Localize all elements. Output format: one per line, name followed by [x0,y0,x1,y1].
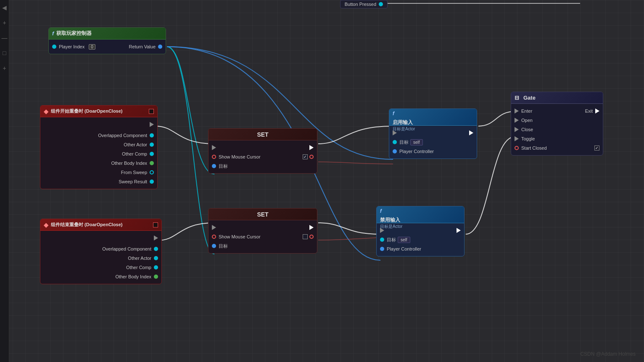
set-top-title: SET [257,131,268,138]
gate-icon: ⊟ [515,95,519,101]
other-actor-row-end: Other Actor [40,254,161,263]
set-bottom-exec-out [309,225,314,230]
player-index-row: Player Index 0 Return Value [49,42,166,51]
show-cursor-label-bottom: Show Mouse Cursor [219,234,261,239]
diamond-icon-start: ◆ [44,108,48,115]
other-actor-pin-start [150,143,154,147]
overlapped-component-row-end: Overlapped Component [40,244,161,254]
disable-exec-out [457,228,461,233]
disable-player-controller-row: Player Controller [377,244,464,254]
show-cursor-checkbox-top[interactable] [303,154,308,159]
player-index-value: 0 [89,44,95,50]
disable-input-header: f 禁用输入 目标是Actor [377,206,464,223]
set-top-exec-row [209,143,317,152]
enable-self-tag: self [410,139,423,145]
return-value-pin [158,45,162,49]
show-cursor-pin-out-bottom [309,235,314,239]
disable-player-controller-pin [380,247,384,251]
f-icon-disable: f [380,208,382,214]
start-closed-label: Start Closed [521,145,547,151]
button-pressed-node: Button Pressed [340,0,388,8]
close-pin [515,127,519,132]
enable-player-controller-pin [393,149,397,153]
gate-node: ⊟ Gate Enter Exit Open Close Toggl [511,92,603,156]
gate-enter-row: Enter Exit [511,106,603,116]
disable-input-node: f 禁用输入 目标是Actor 目标 self Player Controlle… [376,206,465,256]
exit-pin [595,108,599,114]
sidebar-icon-1[interactable]: ◀ [2,4,7,11]
sidebar-icon-5[interactable]: + [3,65,6,71]
set-bottom-exec-in [212,225,216,230]
target-label-bottom: 目标 [219,243,228,249]
sidebar-icon-4[interactable]: □ [3,50,6,56]
watermark: CSDN @Addam Holmes [580,351,636,357]
from-sweep-row: From Sweep [40,168,157,177]
set-bottom-show-cursor-row: Show Mouse Cursor [209,232,317,241]
show-cursor-checkbox-bottom[interactable] [303,234,308,239]
enable-player-controller-row: Player Controller [389,147,477,156]
gate-body: Enter Exit Open Close Toggle Start Clos [511,104,603,155]
sweep-result-row: Sweep Result [40,177,157,186]
sidebar: ◀ + — □ + [0,0,9,362]
enable-target-pin [393,140,397,144]
gate-open-row: Open [511,116,603,125]
start-closed-checkbox[interactable] [594,145,599,151]
close-btn-start[interactable] [149,109,154,114]
other-body-index-row-start: Other Body Index [40,159,157,168]
enable-exec-out [469,130,473,135]
overlap-end-node: ◆ 组件结束重叠时 (DoarOpenClose) Overlapped Com… [40,219,162,284]
other-comp-row-end: Other Comp [40,263,161,272]
gate-header: ⊟ Gate [511,92,603,104]
enable-target-row: 目标 self [389,137,477,147]
overlap-start-title: 组件开始重叠时 (DoarOpenClose) [51,108,123,114]
gate-toggle-row: Toggle [511,134,603,143]
get-player-controller-node: f 获取玩家控制器 Player Index 0 Return Value [48,27,166,54]
get-player-controller-body: Player Index 0 Return Value [49,40,166,54]
set-top-body: Show Mouse Cursor 目标 [209,140,317,173]
enable-input-header: f 启用输入 目标是Actor [389,109,477,126]
overlap-start-header: ◆ 组件开始重叠时 (DoarOpenClose) [40,106,157,117]
button-pressed-pin [379,2,383,6]
gate-close-row: Close [511,125,603,134]
target-pin-bottom [212,244,216,248]
target-pin-top [212,164,216,168]
disable-target-row: 目标 self [377,235,464,244]
other-body-index-pin-end [154,275,158,279]
set-top-exec-out [309,145,314,150]
set-bottom-title: SET [257,211,268,218]
exit-label: Exit [585,108,593,114]
sidebar-icon-2[interactable]: + [3,19,6,26]
f-icon-enable: f [393,111,394,116]
overlap-start-node: ◆ 组件开始重叠时 (DoarOpenClose) Overlapped Com… [40,105,158,189]
disable-target-pin [380,238,384,242]
close-btn-end[interactable] [153,222,158,227]
set-top-exec-in [212,145,216,150]
diamond-icon-end: ◆ [44,222,48,228]
set-top-target-row: 目标 [209,161,317,171]
set-bottom-target-row: 目标 [209,241,317,251]
toggle-pin [515,136,519,141]
exec-pin-start [150,122,154,127]
overlap-end-header: ◆ 组件结束重叠时 (DoarOpenClose) [40,219,161,231]
set-bottom-body: Show Mouse Cursor 目标 [209,220,317,253]
set-top-show-cursor-row: Show Mouse Cursor [209,152,317,161]
close-label: Close [521,127,533,132]
sidebar-icon-3[interactable]: — [2,34,8,41]
other-body-index-pin-start [150,161,154,165]
exec-out-start [40,120,157,129]
enable-exec-in [393,130,397,135]
disable-input-title: 禁用输入 [380,217,402,224]
f-icon: f [52,30,54,37]
disable-player-controller-label: Player Controller [387,246,421,251]
exec-pin-end [154,235,158,240]
overlapped-component-pin-end [154,247,158,251]
show-cursor-pin-in-bottom [212,235,216,239]
gate-title: Gate [523,95,536,101]
open-label: Open [521,118,533,123]
enter-pin [515,108,519,114]
gate-start-closed-row: Start Closed [511,143,603,153]
enable-input-title: 启用输入 [393,119,415,126]
set-bottom-exec-row [209,223,317,232]
button-pressed-label: Button Pressed [345,2,376,7]
return-value-label: Return Value [129,44,156,49]
